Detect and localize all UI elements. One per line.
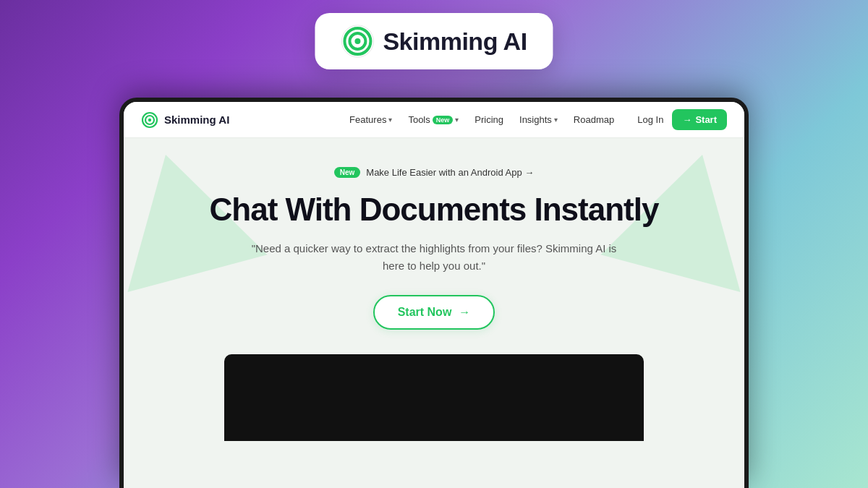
start-button[interactable]: → Start [672, 109, 727, 130]
nav-item-pricing[interactable]: Pricing [469, 111, 509, 128]
nav-item-roadmap[interactable]: Roadmap [568, 111, 620, 128]
nav-logo-icon [141, 111, 158, 129]
insights-chevron-icon: ▾ [554, 116, 558, 124]
svg-point-3 [354, 38, 360, 44]
nav-item-tools[interactable]: Tools New ▾ [402, 111, 464, 128]
start-now-button[interactable]: Start Now → [373, 295, 495, 330]
start-now-arrow-icon: → [459, 306, 470, 319]
nav-link-pricing[interactable]: Pricing [469, 111, 509, 128]
navbar: Skimming AI Features ▾ Tools New ▾ [124, 102, 744, 138]
nav-link-tools[interactable]: Tools New ▾ [402, 111, 464, 128]
hero-title: Chat With Documents Instantly [210, 192, 659, 227]
logo-card-title: Skimming AI [383, 27, 527, 56]
device-frame: Skimming AI Features ▾ Tools New ▾ [119, 98, 749, 488]
hero-section: New Make Life Easier with an Android App… [124, 138, 744, 488]
start-arrow-icon: → [682, 114, 692, 125]
device-screen: Skimming AI Features ▾ Tools New ▾ [124, 102, 744, 488]
login-button[interactable]: Log In [637, 114, 663, 125]
nav-logo-text: Skimming AI [164, 114, 229, 126]
start-now-label: Start Now [398, 306, 452, 319]
nav-link-insights[interactable]: Insights ▾ [514, 111, 563, 128]
nav-item-insights[interactable]: Insights ▾ [514, 111, 563, 128]
announcement-bar[interactable]: New Make Life Easier with an Android App… [334, 167, 535, 178]
logo-card: Skimming AI [315, 13, 553, 69]
svg-point-6 [148, 118, 151, 121]
nav-link-features[interactable]: Features ▾ [344, 111, 398, 128]
nav-logo[interactable]: Skimming AI [141, 111, 229, 129]
logo-icon-large [341, 25, 374, 58]
nav-links: Features ▾ Tools New ▾ Pricing [344, 111, 620, 128]
features-chevron-icon: ▾ [388, 116, 392, 124]
nav-actions: Log In → Start [637, 109, 727, 130]
hero-subtitle: "Need a quicker way to extract the highl… [246, 240, 622, 275]
nav-item-features[interactable]: Features ▾ [344, 111, 398, 128]
video-placeholder [224, 354, 644, 441]
tools-new-badge: New [433, 116, 454, 124]
announcement-badge: New [334, 167, 361, 178]
tools-chevron-icon: ▾ [455, 116, 459, 124]
nav-link-roadmap[interactable]: Roadmap [568, 111, 620, 128]
announcement-text: Make Life Easier with an Android App → [366, 167, 534, 178]
